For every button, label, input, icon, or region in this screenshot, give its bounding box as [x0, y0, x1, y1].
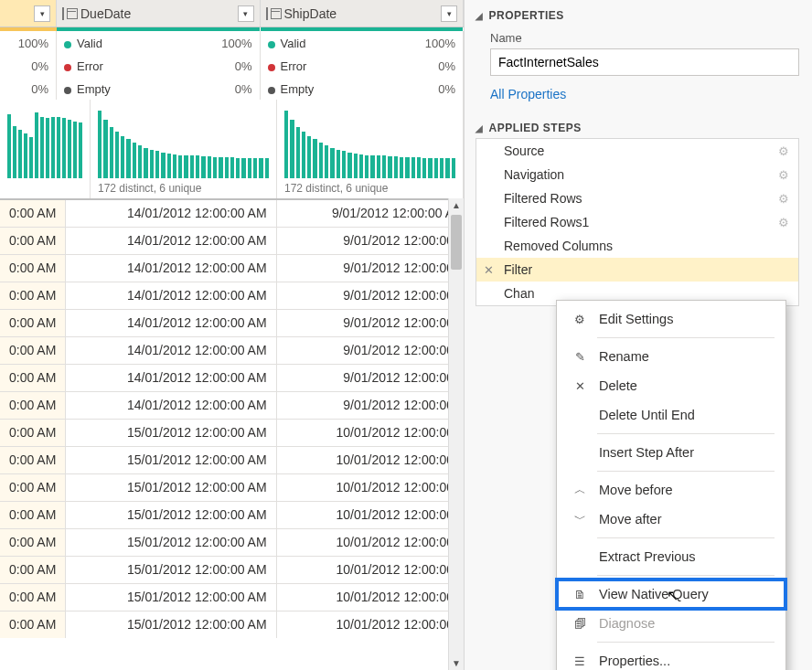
- gear-icon[interactable]: ⚙: [778, 144, 789, 158]
- applied-step[interactable]: Removed Columns: [476, 234, 798, 258]
- table-row[interactable]: 0:00 AM15/01/2012 12:00:00 AM10/01/2012 …: [0, 528, 464, 556]
- scroll-down-icon[interactable]: ▼: [449, 658, 464, 668]
- table-row[interactable]: 0:00 AM15/01/2012 12:00:00 AM10/01/2012 …: [0, 583, 464, 611]
- table-cell[interactable]: 10/01/2012 12:00:00: [276, 611, 463, 638]
- scroll-thumb[interactable]: [451, 215, 462, 270]
- table-cell[interactable]: 0:00 AM: [0, 227, 66, 254]
- ctx-rename[interactable]: ✎ Rename: [557, 342, 785, 371]
- delete-step-icon[interactable]: ✕: [484, 263, 494, 277]
- table-cell[interactable]: 15/01/2012 12:00:00 AM: [66, 583, 276, 611]
- applied-step[interactable]: Source⚙: [476, 139, 798, 163]
- table-row[interactable]: 0:00 AM14/01/2012 12:00:00 AM9/01/2012 1…: [0, 282, 464, 309]
- table-cell[interactable]: 10/01/2012 12:00:00: [276, 446, 463, 473]
- table-row[interactable]: 0:00 AM15/01/2012 12:00:00 AM10/01/2012 …: [0, 446, 464, 473]
- ctx-edit-settings[interactable]: ⚙ Edit Settings: [557, 304, 785, 334]
- scroll-up-icon[interactable]: ▲: [449, 200, 464, 210]
- ctx-move-before[interactable]: ︿ Move before: [557, 475, 785, 505]
- column-dropdown-icon[interactable]: ▾: [238, 5, 254, 22]
- table-cell[interactable]: 0:00 AM: [0, 528, 66, 556]
- table-cell[interactable]: 9/01/2012 12:00:00: [276, 391, 463, 419]
- column-dropdown-icon[interactable]: ▾: [441, 5, 457, 22]
- all-properties-link[interactable]: All Properties: [490, 87, 566, 101]
- table-cell[interactable]: 0:00 AM: [0, 473, 66, 501]
- table-cell[interactable]: 14/01/2012 12:00:00 AM: [66, 199, 276, 227]
- table-cell[interactable]: 15/01/2012 12:00:00 AM: [66, 528, 276, 556]
- table-cell[interactable]: 0:00 AM: [0, 254, 66, 282]
- table-cell[interactable]: 10/01/2012 12:00:00: [276, 583, 463, 611]
- table-cell[interactable]: 0:00 AM: [0, 446, 66, 473]
- table-cell[interactable]: 10/01/2012 12:00:00: [276, 419, 463, 446]
- ctx-insert-step-after[interactable]: Insert Step After: [557, 438, 785, 467]
- gear-icon[interactable]: ⚙: [778, 192, 789, 206]
- table-cell[interactable]: 10/01/2012 12:00:00: [276, 528, 463, 556]
- applied-step[interactable]: Navigation⚙: [476, 163, 798, 186]
- column-header-duedate[interactable]: DueDate ▾: [57, 0, 261, 27]
- properties-section-header[interactable]: ◢ PROPERTIES: [475, 5, 799, 26]
- gear-icon[interactable]: ⚙: [778, 168, 789, 182]
- applied-steps-section-header[interactable]: ◢ APPLIED STEPS: [475, 118, 799, 138]
- ctx-view-native-query[interactable]: 🗎 View Native Query ↖: [557, 580, 785, 609]
- table-cell[interactable]: 0:00 AM: [0, 336, 66, 364]
- table-cell[interactable]: 15/01/2012 12:00:00 AM: [66, 446, 276, 473]
- table-cell[interactable]: 10/01/2012 12:00:00: [276, 501, 463, 528]
- table-row[interactable]: 0:00 AM15/01/2012 12:00:00 AM10/01/2012 …: [0, 473, 464, 501]
- ctx-delete-until-end[interactable]: Delete Until End: [557, 400, 785, 430]
- table-row[interactable]: 0:00 AM15/01/2012 12:00:00 AM10/01/2012 …: [0, 556, 464, 583]
- table-cell[interactable]: 0:00 AM: [0, 583, 66, 611]
- table-cell[interactable]: 15/01/2012 12:00:00 AM: [66, 473, 276, 501]
- table-cell[interactable]: 14/01/2012 12:00:00 AM: [66, 227, 276, 254]
- table-row[interactable]: 0:00 AM15/01/2012 12:00:00 AM10/01/2012 …: [0, 501, 464, 528]
- table-row[interactable]: 0:00 AM14/01/2012 12:00:00 AM9/01/2012 1…: [0, 254, 464, 282]
- table-cell[interactable]: 0:00 AM: [0, 501, 66, 528]
- table-cell[interactable]: 15/01/2012 12:00:00 AM: [66, 501, 276, 528]
- partial-column-header[interactable]: ▾: [0, 0, 57, 27]
- ctx-diagnose[interactable]: 🗐 Diagnose: [557, 609, 785, 638]
- table-row[interactable]: 0:00 AM14/01/2012 12:00:00 AM9/01/2012 1…: [0, 309, 464, 336]
- table-cell[interactable]: 14/01/2012 12:00:00 AM: [66, 336, 276, 364]
- applied-step[interactable]: ✕Filter: [476, 258, 798, 282]
- ctx-extract-previous[interactable]: Extract Previous: [557, 542, 785, 571]
- table-cell[interactable]: 0:00 AM: [0, 391, 66, 419]
- table-row[interactable]: 0:00 AM15/01/2012 12:00:00 AM10/01/2012 …: [0, 419, 464, 446]
- table-cell[interactable]: 0:00 AM: [0, 364, 66, 391]
- applied-step[interactable]: Filtered Rows1⚙: [476, 210, 798, 234]
- filter-icon[interactable]: ▾: [34, 5, 50, 22]
- vertical-scrollbar[interactable]: ▲ ▼: [448, 198, 464, 670]
- table-cell[interactable]: 15/01/2012 12:00:00 AM: [66, 419, 276, 446]
- table-cell[interactable]: 10/01/2012 12:00:00: [276, 556, 463, 583]
- table-cell[interactable]: 14/01/2012 12:00:00 AM: [66, 254, 276, 282]
- query-name-input[interactable]: [490, 48, 799, 76]
- ctx-delete[interactable]: ✕ Delete: [557, 371, 785, 400]
- table-cell[interactable]: 9/01/2012 12:00:00: [276, 227, 463, 254]
- table-cell[interactable]: 9/01/2012 12:00:00 A: [276, 199, 463, 227]
- table-row[interactable]: 0:00 AM14/01/2012 12:00:00 AM9/01/2012 1…: [0, 227, 464, 254]
- table-cell[interactable]: 0:00 AM: [0, 199, 66, 227]
- table-cell[interactable]: 9/01/2012 12:00:00: [276, 309, 463, 336]
- table-cell[interactable]: 14/01/2012 12:00:00 AM: [66, 364, 276, 391]
- table-row[interactable]: 0:00 AM14/01/2012 12:00:00 AM9/01/2012 1…: [0, 199, 464, 227]
- table-cell[interactable]: 14/01/2012 12:00:00 AM: [66, 282, 276, 309]
- ctx-move-after[interactable]: ﹀ Move after: [557, 505, 785, 534]
- table-cell[interactable]: 14/01/2012 12:00:00 AM: [66, 309, 276, 336]
- applied-step[interactable]: Filtered Rows⚙: [476, 186, 798, 210]
- table-cell[interactable]: 0:00 AM: [0, 282, 66, 309]
- gear-icon[interactable]: ⚙: [778, 216, 789, 229]
- table-cell[interactable]: 10/01/2012 12:00:00: [276, 473, 463, 501]
- table-cell[interactable]: 0:00 AM: [0, 419, 66, 446]
- table-row[interactable]: 0:00 AM14/01/2012 12:00:00 AM9/01/2012 1…: [0, 336, 464, 364]
- column-header-shipdate[interactable]: ShipDate ▾: [261, 0, 465, 27]
- table-cell[interactable]: 15/01/2012 12:00:00 AM: [66, 556, 276, 583]
- data-grid[interactable]: 0:00 AM14/01/2012 12:00:00 AM9/01/2012 1…: [0, 198, 464, 670]
- table-cell[interactable]: 9/01/2012 12:00:00: [276, 254, 463, 282]
- table-cell[interactable]: 14/01/2012 12:00:00 AM: [66, 391, 276, 419]
- table-row[interactable]: 0:00 AM14/01/2012 12:00:00 AM9/01/2012 1…: [0, 391, 464, 419]
- table-cell[interactable]: 9/01/2012 12:00:00: [276, 364, 463, 391]
- table-row[interactable]: 0:00 AM15/01/2012 12:00:00 AM10/01/2012 …: [0, 611, 464, 638]
- table-cell[interactable]: 0:00 AM: [0, 556, 66, 583]
- table-row[interactable]: 0:00 AM14/01/2012 12:00:00 AM9/01/2012 1…: [0, 364, 464, 391]
- table-cell[interactable]: 0:00 AM: [0, 611, 66, 638]
- table-cell[interactable]: 9/01/2012 12:00:00: [276, 336, 463, 364]
- table-cell[interactable]: 9/01/2012 12:00:00: [276, 282, 463, 309]
- table-cell[interactable]: 0:00 AM: [0, 309, 66, 336]
- table-cell[interactable]: 15/01/2012 12:00:00 AM: [66, 611, 276, 638]
